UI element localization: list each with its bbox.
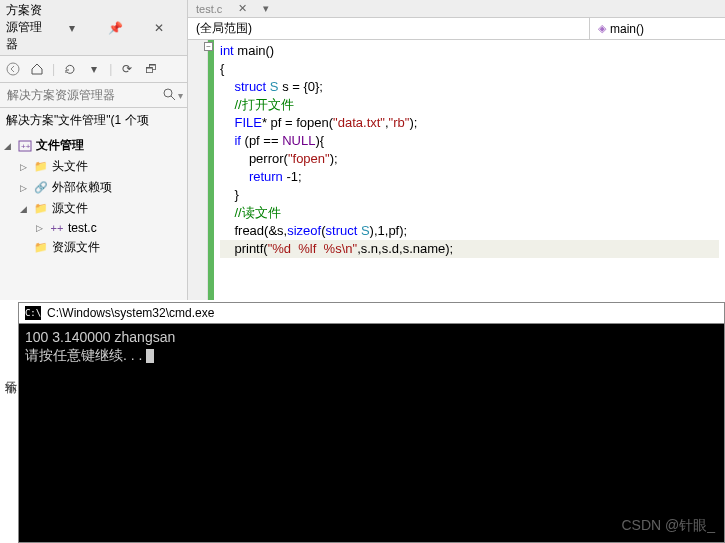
tree-resource[interactable]: 📁 资源文件: [0, 237, 187, 258]
expander-icon[interactable]: ▷: [20, 183, 30, 193]
gutter: [188, 40, 208, 300]
panel-title-bar: 方案资源管理器 ▾ 📌 ✕: [0, 0, 187, 56]
solution-label[interactable]: 解决方案"文件管理"(1 个项: [0, 108, 187, 133]
search-icon[interactable]: [162, 87, 178, 103]
code-content[interactable]: int main() { struct S s = {0}; //打开文件 FI…: [214, 40, 725, 300]
folder-icon: 📁: [34, 241, 48, 255]
more-icon[interactable]: 🗗: [142, 60, 160, 78]
console-titlebar[interactable]: C:\ C:\Windows\system32\cmd.exe: [19, 303, 724, 324]
code-editor: test.c ✕ ▾ (全局范围) ◈ main() int main() { …: [188, 0, 725, 300]
project-label: 文件管理: [36, 137, 84, 154]
tab-dropdown-icon[interactable]: ▾: [255, 1, 277, 16]
testc-label: test.c: [68, 221, 97, 235]
scope-bar: (全局范围) ◈ main(): [188, 18, 725, 40]
close-icon[interactable]: ✕: [137, 19, 181, 37]
svg-point-1: [164, 89, 172, 97]
explorer-toolbar: | ▾ | ⟳ 🗗: [0, 56, 187, 83]
console-window: C:\ C:\Windows\system32\cmd.exe 100 3.14…: [18, 302, 725, 543]
expander-icon[interactable]: ▷: [36, 223, 46, 233]
editor-tabs: test.c ✕ ▾: [188, 0, 725, 18]
solution-explorer: 方案资源管理器 ▾ 📌 ✕ | ▾ | ⟳ 🗗 ▾ 解决方案"文件管理"(1 个…: [0, 0, 188, 300]
console-output: 100 3.140000 zhangsan 请按任意键继续. . .: [19, 324, 724, 368]
references-icon: 🔗: [34, 181, 48, 195]
fold-minus-icon[interactable]: −: [204, 42, 213, 51]
solution-tree: ◢ ++ 文件管理 ▷ 📁 头文件 ▷ 🔗 外部依赖项 ◢ 📁 源文件 ▷: [0, 133, 187, 260]
svg-line-2: [171, 96, 175, 100]
cmd-icon: C:\: [25, 306, 41, 320]
tree-source[interactable]: ◢ 📁 源文件: [0, 198, 187, 219]
project-icon: ++: [18, 139, 32, 153]
dropdown-icon[interactable]: ▾: [85, 60, 103, 78]
expander-icon[interactable]: ◢: [20, 204, 30, 214]
source-label: 源文件: [52, 200, 88, 217]
home-icon[interactable]: [28, 60, 46, 78]
pin-icon[interactable]: ▾: [50, 19, 94, 37]
svg-text:++: ++: [21, 142, 31, 151]
method-icon: ◈: [598, 22, 606, 35]
folder-icon: 📁: [34, 160, 48, 174]
side-tab[interactable]: 示输: [0, 370, 21, 374]
external-label: 外部依赖项: [52, 179, 112, 196]
tree-external[interactable]: ▷ 🔗 外部依赖项: [0, 177, 187, 198]
expander-icon[interactable]: ▷: [20, 162, 30, 172]
code-area[interactable]: int main() { struct S s = {0}; //打开文件 FI…: [188, 40, 725, 300]
tree-headers[interactable]: ▷ 📁 头文件: [0, 156, 187, 177]
scope-right-dropdown[interactable]: ◈ main(): [590, 18, 725, 39]
expander-icon[interactable]: ◢: [4, 141, 14, 151]
watermark: CSDN @针眼_: [621, 517, 715, 535]
console-title-text: C:\Windows\system32\cmd.exe: [47, 306, 214, 320]
resource-label: 资源文件: [52, 239, 100, 256]
scope-left-dropdown[interactable]: (全局范围): [188, 18, 590, 39]
scope-right-label: main(): [610, 22, 644, 36]
cursor: [146, 349, 154, 363]
console-line: 100 3.140000 zhangsan: [25, 328, 718, 346]
refresh-icon[interactable]: [61, 60, 79, 78]
console-line: 请按任意键继续. . .: [25, 346, 718, 364]
back-icon[interactable]: [4, 60, 22, 78]
headers-label: 头文件: [52, 158, 88, 175]
panel-title: 方案资源管理器: [6, 2, 50, 53]
search-box: ▾: [0, 83, 187, 108]
svg-point-0: [7, 63, 19, 75]
pushpin-icon[interactable]: 📌: [94, 19, 138, 37]
folder-icon: 📁: [34, 202, 48, 216]
cpp-file-icon: ++: [50, 221, 64, 235]
tree-file-testc[interactable]: ▷ ++ test.c: [0, 219, 187, 237]
sync-icon[interactable]: ⟳: [118, 60, 136, 78]
tab-close-icon[interactable]: ✕: [230, 1, 255, 16]
scope-left-label: (全局范围): [196, 20, 252, 37]
search-input[interactable]: [4, 85, 162, 105]
tree-project[interactable]: ◢ ++ 文件管理: [0, 135, 187, 156]
